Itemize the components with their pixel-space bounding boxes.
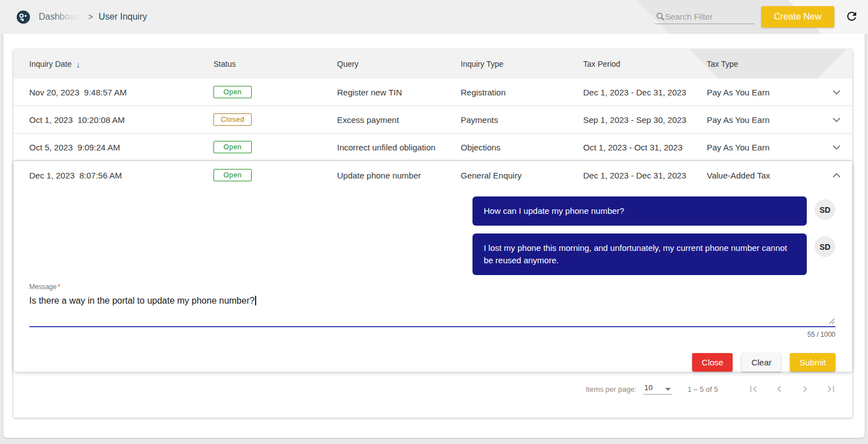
chat-bubble: How can I update my phone number? — [472, 196, 807, 226]
inquiry-type-cell: Payments — [461, 115, 583, 125]
message-textarea[interactable]: Is there a way in the portal to update m… — [29, 296, 835, 309]
column-header-tax-type[interactable]: Tax Type — [707, 59, 821, 68]
message-field[interactable]: Message* Is there a way in the portal to… — [29, 283, 835, 327]
required-asterisk: * — [58, 283, 61, 291]
items-per-page-value: 10 — [644, 383, 653, 392]
character-counter: 55 / 1000 — [13, 331, 835, 338]
last-page-button[interactable] — [825, 383, 837, 395]
chevron-left-icon — [773, 383, 785, 395]
status-badge: Closed — [213, 113, 252, 126]
tax-period-cell: Dec 1, 2023 - Dec 31, 2023 — [583, 88, 707, 97]
breadcrumb: Dashboard > User Inquiry — [39, 12, 147, 22]
refresh-button[interactable] — [844, 10, 859, 24]
query-cell: Register new TIN — [337, 88, 461, 97]
search-filter-field[interactable] — [655, 10, 755, 24]
inquiry-date: Nov 20, 2023 9:48:57 AM — [29, 88, 213, 97]
expand-row-button[interactable] — [833, 90, 840, 95]
submit-button[interactable]: Submit — [790, 353, 835, 372]
column-header-query[interactable]: Query — [337, 59, 461, 68]
avatar: SD — [815, 199, 835, 220]
avatar: SD — [815, 236, 835, 257]
inquiry-type-cell: Registration — [461, 88, 583, 97]
paginator: Items per page: 10 1 – 5 of 5 — [13, 383, 852, 395]
chevron-down-icon — [833, 117, 840, 122]
top-header: Dashboard > User Inquiry Create New — [0, 0, 868, 34]
query-cell: Update phone number — [337, 171, 461, 180]
sort-desc-icon: ↓ — [76, 59, 80, 69]
column-header-status[interactable]: Status — [213, 59, 337, 68]
tax-type-cell: Value-Added Tax — [707, 171, 821, 180]
expanded-inquiry-card: Dec 1, 2023 8:07:56 AM Open Update phone… — [13, 161, 852, 372]
tax-type-cell: Pay As You Earn — [707, 143, 821, 152]
tax-period-cell: Sep 1, 2023 - Sep 30, 2023 — [583, 115, 707, 125]
table-row-expanded[interactable]: Dec 1, 2023 8:07:56 AM Open Update phone… — [13, 161, 852, 189]
items-per-page-label: Items per page: — [585, 385, 636, 393]
page-range-label: 1 – 5 of 5 — [688, 385, 718, 393]
expand-row-button[interactable] — [833, 145, 840, 150]
chevron-right-icon — [799, 383, 811, 395]
message-thread: How can I update my phone number? SD I l… — [13, 189, 852, 275]
search-icon — [656, 12, 665, 21]
field-underline — [29, 326, 835, 327]
next-page-button[interactable] — [799, 383, 811, 395]
query-cell: Incorrect unfiled obligation — [337, 143, 461, 152]
paginator-nav — [747, 383, 837, 395]
tax-type-cell: Pay As You Earn — [707, 88, 821, 97]
inquiry-type-cell: Objections — [461, 143, 583, 152]
tax-period-cell: Dec 1, 2023 - Dec 31, 2023 — [583, 171, 707, 180]
first-page-icon — [747, 383, 760, 395]
chat-message: How can I update my phone number? SD — [29, 196, 835, 226]
clear-button[interactable]: Clear — [742, 353, 781, 372]
column-header-tax-period[interactable]: Tax Period — [583, 59, 707, 68]
chevron-down-icon — [833, 145, 840, 150]
items-per-page-select[interactable]: 10 — [643, 383, 672, 395]
first-page-button[interactable] — [747, 383, 760, 395]
refresh-icon — [845, 10, 858, 23]
page-card: Inquiry Date ↓ Status Query Inquiry Type… — [3, 34, 865, 438]
tax-type-cell: Pay As You Earn — [707, 115, 821, 125]
table-header-row: Inquiry Date ↓ Status Query Inquiry Type… — [13, 49, 852, 79]
chevron-up-icon — [833, 173, 840, 178]
breadcrumb-dashboard-link[interactable]: Dashboard — [39, 12, 83, 22]
previous-page-button[interactable] — [773, 383, 785, 395]
chat-bubble: I lost my phone this morning, and unfort… — [472, 234, 807, 275]
tax-period-cell: Oct 1, 2023 - Oct 31, 2023 — [583, 143, 707, 152]
expand-row-button[interactable] — [833, 117, 840, 122]
create-new-button[interactable]: Create New — [761, 6, 834, 28]
inquiry-table: Inquiry Date ↓ Status Query Inquiry Type… — [13, 49, 852, 418]
status-badge: Open — [213, 86, 252, 98]
column-header-inquiry-type[interactable]: Inquiry Type — [461, 59, 583, 68]
page-title: User Inquiry — [98, 12, 147, 22]
inquiry-type-cell: General Enquiry — [461, 171, 583, 180]
status-badge: Open — [213, 141, 252, 153]
chevron-down-icon — [833, 90, 840, 95]
table-row[interactable]: Oct 1, 2023 10:20:08 AM Closed Excess pa… — [13, 106, 852, 134]
chat-message: I lost my phone this morning, and unfort… — [29, 234, 835, 275]
text-cursor — [255, 296, 256, 305]
breadcrumb-separator: > — [88, 12, 93, 21]
collapse-row-button[interactable] — [833, 173, 840, 178]
inquiry-date: Dec 1, 2023 8:07:56 AM — [29, 171, 213, 180]
resize-handle-icon[interactable] — [828, 318, 835, 324]
query-cell: Excess payment — [337, 115, 461, 125]
close-button[interactable]: Close — [692, 353, 733, 372]
inquiry-date: Oct 1, 2023 10:20:08 AM — [29, 115, 213, 125]
status-badge: Open — [213, 169, 252, 181]
table-row[interactable]: Nov 20, 2023 9:48:57 AM Open Register ne… — [13, 79, 852, 106]
action-buttons: Close Clear Submit — [13, 353, 835, 372]
table-row[interactable]: Oct 5, 2023 9:09:24 AM Open Incorrect un… — [13, 134, 852, 161]
search-input[interactable] — [665, 12, 749, 21]
app-logo-face-icon — [16, 10, 31, 25]
dropdown-caret-icon — [665, 388, 671, 391]
message-field-label: Message* — [29, 283, 835, 291]
inquiry-date: Oct 5, 2023 9:09:24 AM — [29, 143, 213, 152]
last-page-icon — [825, 383, 837, 395]
column-header-inquiry-date[interactable]: Inquiry Date ↓ — [29, 59, 213, 69]
